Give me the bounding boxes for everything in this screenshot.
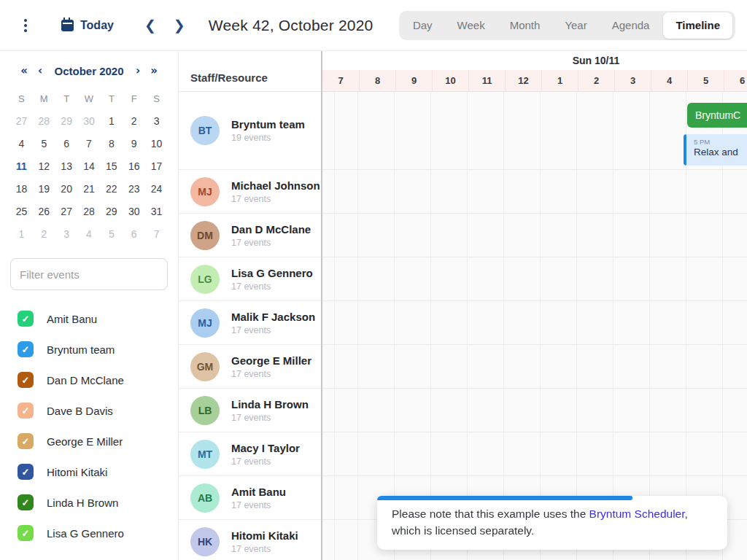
- resource-row-dan-d-mcclane[interactable]: DMDan D McClane17 events: [179, 214, 321, 257]
- schedule-row[interactable]: [322, 170, 747, 214]
- calendar-day[interactable]: 15: [100, 155, 123, 178]
- filter-item-dave-b-davis[interactable]: ✓Dave B Davis: [10, 395, 168, 426]
- hour-tick: 10: [432, 70, 468, 91]
- resource-row-malik-f-jackson[interactable]: MJMalik F Jackson17 events: [179, 301, 321, 345]
- calendar-day[interactable]: 30: [123, 201, 145, 223]
- schedule-row[interactable]: [322, 389, 747, 432]
- filter-item-hitomi-kitaki[interactable]: ✓Hitomi Kitaki: [10, 456, 168, 487]
- calendar-day[interactable]: 19: [33, 178, 55, 201]
- calendar-day[interactable]: 21: [78, 178, 101, 201]
- calendar-day[interactable]: 5: [33, 133, 55, 155]
- calendar-day[interactable]: 29: [55, 110, 78, 133]
- checkbox-icon[interactable]: ✓: [18, 311, 34, 327]
- schedule-row[interactable]: [322, 345, 747, 389]
- mini-calendar-month-label[interactable]: October 2020: [48, 65, 130, 77]
- resource-name: Hitomi Kitaki: [231, 529, 298, 542]
- filter-item-lisa-g-gennero[interactable]: ✓Lisa G Gennero: [10, 518, 168, 548]
- event-relax[interactable]: 5 PM Relax and: [684, 134, 747, 166]
- resource-row-linda-h-brown[interactable]: LBLinda H Brown17 events: [179, 389, 321, 432]
- calendar-day[interactable]: 3: [55, 223, 78, 246]
- view-tab-day[interactable]: Day: [400, 11, 445, 40]
- bryntum-scheduler-link[interactable]: Bryntum Scheduler: [589, 508, 685, 520]
- calendar-day[interactable]: 2: [123, 110, 145, 133]
- calendar-day[interactable]: 12: [33, 155, 55, 178]
- resource-row-bryntum-team[interactable]: BTBryntum team19 events: [179, 92, 321, 170]
- calendar-day[interactable]: 28: [33, 110, 55, 133]
- checkbox-icon[interactable]: ✓: [18, 372, 34, 388]
- calendar-day[interactable]: 2: [33, 223, 55, 246]
- view-tab-timeline[interactable]: Timeline: [663, 12, 732, 39]
- calendar-day[interactable]: 8: [100, 133, 123, 155]
- filter-item-amit-banu[interactable]: ✓Amit Banu: [10, 303, 168, 334]
- resource-row-michael-johnson[interactable]: MJMichael Johnson17 events: [179, 170, 321, 214]
- next-month-icon[interactable]: ›: [130, 64, 146, 77]
- resource-row-amit-banu[interactable]: ABAmit Banu17 events: [179, 476, 321, 520]
- calendar-day[interactable]: 23: [123, 178, 145, 201]
- filter-item-bryntum-team[interactable]: ✓Bryntum team: [10, 334, 168, 365]
- filter-item-george-e-miller[interactable]: ✓George E Miller: [10, 426, 168, 456]
- calendar-day[interactable]: 1: [100, 110, 123, 133]
- calendar-day[interactable]: 7: [145, 223, 168, 246]
- calendar-day[interactable]: 24: [145, 178, 168, 201]
- event-bryntumconf[interactable]: BryntumC: [687, 103, 747, 128]
- calendar-day[interactable]: 26: [33, 201, 55, 223]
- view-tab-week[interactable]: Week: [445, 11, 498, 40]
- calendar-day[interactable]: 3: [145, 110, 168, 133]
- calendar-day[interactable]: 1: [10, 223, 33, 246]
- checkbox-icon[interactable]: ✓: [18, 525, 34, 541]
- calendar-day[interactable]: 5: [100, 223, 123, 246]
- calendar-day[interactable]: 14: [78, 155, 101, 178]
- today-button[interactable]: Today: [61, 19, 114, 32]
- prev-week-button[interactable]: ❮: [144, 18, 156, 32]
- avatar: MJ: [190, 308, 220, 338]
- resource-row-george-e-miller[interactable]: GMGeorge E Miller17 events: [179, 345, 321, 389]
- calendar-day[interactable]: 27: [55, 201, 78, 223]
- calendar-day[interactable]: 30: [78, 110, 101, 133]
- calendar-day[interactable]: 28: [78, 201, 101, 223]
- resource-row-hitomi-kitaki[interactable]: HKHitomi Kitaki17 events: [179, 520, 321, 560]
- calendar-day[interactable]: 16: [123, 155, 145, 178]
- filter-events-input[interactable]: [10, 258, 168, 290]
- filter-item-linda-h-brown[interactable]: ✓Linda H Brown: [10, 487, 168, 518]
- calendar-day[interactable]: 7: [78, 133, 101, 155]
- calendar-day[interactable]: 4: [78, 223, 101, 246]
- calendar-day[interactable]: 31: [145, 201, 168, 223]
- checkbox-icon[interactable]: ✓: [18, 433, 34, 449]
- checkbox-icon[interactable]: ✓: [18, 402, 34, 419]
- weekday-label: T: [55, 88, 78, 110]
- resource-row-lisa-g-gennero[interactable]: LGLisa G Gennero17 events: [179, 257, 321, 301]
- prev-month-icon[interactable]: ‹: [32, 64, 48, 77]
- schedule-row[interactable]: [322, 432, 747, 476]
- calendar-day[interactable]: 20: [55, 178, 78, 201]
- calendar-day[interactable]: 9: [123, 133, 145, 155]
- calendar-day[interactable]: 10: [145, 133, 168, 155]
- calendar-day[interactable]: 29: [100, 201, 123, 223]
- filter-item-dan-d-mcclane[interactable]: ✓Dan D McClane: [10, 365, 168, 395]
- page-title: Week 42, October 2020: [209, 17, 374, 34]
- calendar-day[interactable]: 4: [10, 133, 33, 155]
- prev-year-icon[interactable]: «: [16, 64, 32, 77]
- calendar-day-selected[interactable]: 11: [10, 155, 33, 178]
- checkbox-icon[interactable]: ✓: [18, 341, 34, 357]
- next-week-button[interactable]: ❯: [174, 18, 185, 32]
- schedule-row[interactable]: [322, 257, 747, 301]
- calendar-day[interactable]: 27: [10, 110, 33, 133]
- view-tab-agenda[interactable]: Agenda: [600, 11, 662, 40]
- next-year-icon[interactable]: »: [146, 64, 162, 77]
- calendar-day[interactable]: 22: [100, 178, 123, 201]
- timeline-grid: BryntumC 5 PM Relax and: [322, 92, 747, 560]
- calendar-day[interactable]: 18: [10, 178, 33, 201]
- resource-row-macy-i-taylor[interactable]: MTMacy I Taylor17 events: [179, 432, 321, 476]
- view-tab-year[interactable]: Year: [552, 11, 599, 40]
- calendar-day[interactable]: 6: [123, 223, 145, 246]
- view-tab-month[interactable]: Month: [498, 11, 553, 40]
- checkbox-icon[interactable]: ✓: [18, 464, 34, 480]
- calendar-day[interactable]: 6: [55, 133, 78, 155]
- calendar-day[interactable]: 13: [55, 155, 78, 178]
- schedule-row[interactable]: [322, 301, 747, 345]
- calendar-day[interactable]: 25: [10, 201, 33, 223]
- checkbox-icon[interactable]: ✓: [18, 494, 34, 510]
- calendar-day[interactable]: 17: [145, 155, 168, 178]
- schedule-row[interactable]: [322, 214, 747, 257]
- menu-kebab-icon[interactable]: [19, 19, 32, 32]
